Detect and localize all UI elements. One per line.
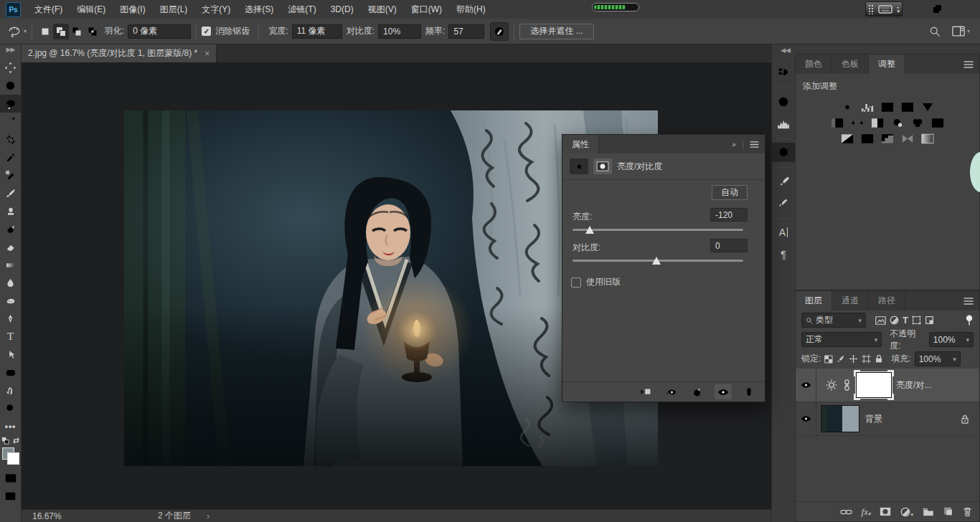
brush-tool[interactable] xyxy=(0,184,22,202)
tab-color[interactable]: 颜色 xyxy=(796,54,832,74)
layer-filter-type-select[interactable]: 类型▾ xyxy=(801,313,866,328)
mask-link-icon[interactable] xyxy=(844,379,850,391)
menu-window[interactable]: 窗口(W) xyxy=(404,0,449,19)
toggle-visibility-icon[interactable] xyxy=(715,384,732,399)
edge-contrast-input[interactable]: 10% xyxy=(378,24,421,39)
layer-row-brightness-contrast[interactable]: 亮度/对... xyxy=(796,369,979,402)
zoom-level-field[interactable]: 16.67% xyxy=(32,511,83,521)
panel-menu-icon[interactable] xyxy=(750,141,759,148)
contrast-value-field[interactable]: 0 xyxy=(710,239,748,252)
filter-toggle-pin[interactable] xyxy=(965,315,974,326)
brightness-slider[interactable] xyxy=(573,229,743,231)
clone-stamp-tool[interactable] xyxy=(0,202,22,220)
lock-position-icon[interactable] xyxy=(849,354,858,364)
invert-icon[interactable] xyxy=(841,133,854,144)
layer-name[interactable]: 背景 xyxy=(865,413,882,425)
curves-icon[interactable] xyxy=(881,102,895,113)
menu-3d[interactable]: 3D(D) xyxy=(324,0,361,19)
layer-mask-thumbnail[interactable] xyxy=(856,372,892,398)
input-method-keyboard-widget[interactable]: ▪▾ xyxy=(865,1,903,16)
window-minimize-button[interactable] xyxy=(905,0,925,17)
add-to-selection-mode-button[interactable] xyxy=(53,24,69,39)
frequency-input[interactable]: 57 xyxy=(448,24,484,39)
link-layers-icon[interactable] xyxy=(840,508,852,516)
new-group-icon[interactable] xyxy=(923,508,934,516)
threshold-icon[interactable] xyxy=(881,133,895,144)
menu-layer[interactable]: 图层(L) xyxy=(153,0,195,19)
history-brush-tool[interactable] xyxy=(0,220,22,238)
menu-select[interactable]: 选择(S) xyxy=(237,0,281,19)
properties-panel[interactable]: 属性 » | 亮度/对比度 自动 亮度: -120 对比度: 0 使用旧版 xyxy=(562,134,765,402)
menu-help[interactable]: 帮助(H) xyxy=(449,0,493,19)
crop-tool[interactable] xyxy=(0,130,22,148)
posterize-icon[interactable] xyxy=(861,133,875,144)
hue-saturation-icon[interactable] xyxy=(831,118,844,128)
spot-healing-brush-tool[interactable] xyxy=(0,166,22,184)
quick-selection-tool[interactable] xyxy=(0,113,22,130)
layer-name[interactable]: 亮度/对... xyxy=(896,379,931,392)
opacity-select[interactable]: 100%▾ xyxy=(929,332,974,347)
reset-adjustment-icon[interactable] xyxy=(689,384,706,399)
learn-panel-icon[interactable] xyxy=(772,92,796,111)
window-close-button[interactable] xyxy=(953,0,973,17)
feather-input[interactable]: 0 像素 xyxy=(128,24,191,39)
window-restore-button[interactable] xyxy=(927,0,947,17)
channel-mixer-icon[interactable] xyxy=(911,118,925,128)
clip-to-layer-icon[interactable] xyxy=(637,384,654,399)
color-swatches[interactable] xyxy=(2,447,19,465)
path-selection-tool[interactable] xyxy=(0,346,22,364)
shape-tool[interactable] xyxy=(0,364,22,381)
new-selection-mode-button[interactable] xyxy=(37,24,53,39)
fill-select[interactable]: 100%▾ xyxy=(915,351,961,366)
use-legacy-checkbox[interactable] xyxy=(571,277,581,288)
vibrance-icon[interactable] xyxy=(921,102,935,113)
lock-artboard-icon[interactable] xyxy=(862,354,871,364)
hand-tool[interactable] xyxy=(0,381,22,399)
tab-swatches[interactable]: 色板 xyxy=(832,54,869,74)
dock-expand-icon[interactable]: ◀◀ xyxy=(781,47,791,54)
filter-shape-layers-icon[interactable] xyxy=(912,315,921,325)
ime-collapse-arrows[interactable]: ▪▾ xyxy=(897,6,900,13)
libraries-panel-icon[interactable] xyxy=(772,143,796,162)
default-colors-icon[interactable] xyxy=(1,437,9,445)
tab-properties[interactable]: 属性 xyxy=(562,135,599,153)
width-input[interactable]: 11 像素 xyxy=(292,24,342,39)
elliptical-marquee-tool[interactable] xyxy=(0,77,22,95)
intersect-selection-mode-button[interactable] xyxy=(85,24,100,39)
blur-tool[interactable] xyxy=(0,274,22,292)
histogram-panel-icon[interactable] xyxy=(772,114,796,133)
tab-paths[interactable]: 路径 xyxy=(869,291,905,310)
pen-pressure-toggle[interactable] xyxy=(490,22,509,41)
view-previous-state-icon[interactable] xyxy=(663,384,680,399)
exposure-icon[interactable] xyxy=(901,102,915,113)
sponge-tool[interactable] xyxy=(0,292,22,310)
filter-type-layers-icon[interactable]: T xyxy=(903,315,908,326)
layer-thumbnail[interactable] xyxy=(821,405,859,432)
delete-layer-icon[interactable] xyxy=(963,507,972,517)
menu-filter[interactable]: 滤镜(T) xyxy=(281,0,323,19)
brightness-slider-thumb[interactable] xyxy=(585,226,594,234)
color-balance-icon[interactable] xyxy=(851,118,864,128)
color-lookup-icon[interactable] xyxy=(931,118,945,128)
type-tool[interactable]: T xyxy=(0,328,22,346)
blend-mode-select[interactable]: 正常▾ xyxy=(801,332,882,347)
character-panel-icon[interactable]: A xyxy=(772,222,796,242)
search-icon[interactable] xyxy=(929,26,941,37)
document-tab[interactable]: 2.jpg @ 16.7% (亮度/对比度 1, 图层蒙版/8) * × xyxy=(22,44,217,62)
history-panel-icon[interactable] xyxy=(772,63,796,82)
panel-menu-icon[interactable] xyxy=(963,298,974,305)
move-tool[interactable] xyxy=(0,59,22,77)
paragraph-panel-icon[interactable]: ¶ xyxy=(772,245,796,264)
eyedropper-tool[interactable] xyxy=(0,148,22,166)
new-layer-icon[interactable] xyxy=(943,507,953,516)
brightness-adjustment-icon[interactable] xyxy=(825,379,838,392)
eraser-tool[interactable] xyxy=(0,238,22,256)
workspace-switcher-icon[interactable]: ▾ xyxy=(952,26,970,37)
mask-icon[interactable] xyxy=(593,158,612,174)
screen-mode-button[interactable] xyxy=(0,487,22,505)
brushes-panel-icon[interactable] xyxy=(772,194,796,213)
edit-toolbar-button[interactable]: ••• xyxy=(0,417,22,435)
brush-settings-panel-icon[interactable] xyxy=(772,171,796,191)
toolbar-collapse-icon[interactable]: ▶▶ xyxy=(6,46,15,56)
layer-row-background[interactable]: 背景 xyxy=(796,402,979,436)
